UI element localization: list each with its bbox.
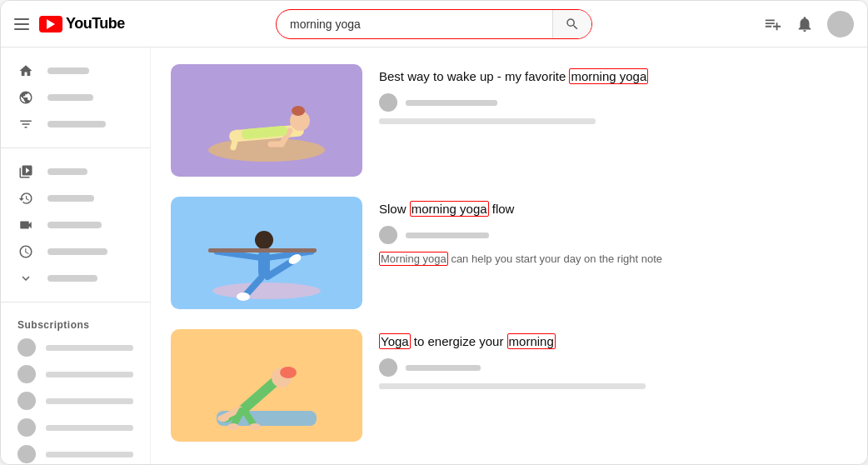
svg-line-15 [267,262,292,277]
channel-info-bar-2 [406,232,489,238]
youtube-logo-icon [39,16,62,32]
channel-avatar-3 [379,358,397,377]
video-item-3: Yoga to energize your morning [171,329,847,442]
video-thumbnail-2[interactable] [171,197,362,309]
sidebar-item-library[interactable] [1,158,150,185]
svg-point-10 [255,231,273,249]
sidebar-item-home[interactable] [1,58,150,84]
video-title-2: Slow morning yoga flow [379,200,847,218]
video-title-text-before-1: Best way to wake up - my favorite [379,69,569,83]
sidebar-item-show-more[interactable] [1,265,150,292]
channel-row-3 [379,358,847,377]
sidebar: Subscriptions [1,48,151,464]
subscription-item-4[interactable] [1,414,150,441]
svg-point-24 [217,415,229,422]
video-thumbnail-1[interactable] [171,64,362,177]
subscription-avatar-3 [17,392,36,410]
video-title-1: Best way to wake up - my favorite mornin… [379,68,847,85]
subscription-item-1[interactable] [1,334,150,361]
subscription-item-5[interactable] [1,441,150,464]
video-title-text-between-3: to energize your [411,334,507,348]
thumbnail-yoga-warrior-svg [192,203,342,303]
home-icon [17,62,34,79]
sidebar-item-explore[interactable] [1,84,150,111]
svg-line-6 [233,132,237,148]
subscription-avatar-5 [17,445,36,463]
search-input[interactable] [277,11,552,38]
video-title-highlight-1: morning yoga [569,68,648,84]
explore-icon [17,89,34,106]
svg-point-21 [280,367,297,378]
search-container [276,9,592,39]
video-title-highlight-morning-3: morning [507,333,556,349]
svg-rect-13 [208,248,317,252]
channel-avatar-1 [379,93,397,112]
sidebar-item-your-videos[interactable] [1,212,150,238]
video-item-2: Slow morning yoga flow Morning yoga can … [171,197,847,309]
create-icon [764,15,782,33]
video-description-text-2: can help you start your day on the right… [448,252,662,265]
video-title-text-before-2: Slow [379,202,410,216]
subscription-avatar-4 [17,418,36,437]
logo: YouTube [39,15,125,32]
avatar[interactable] [827,11,854,38]
meta-bar-1 [379,118,596,124]
video-description-2: Morning yoga can help you start your day… [379,252,847,265]
sidebar-item-watch-later[interactable] [1,238,150,265]
header-left: YouTube [14,15,181,32]
channel-row-1 [379,93,847,112]
menu-button[interactable] [14,18,29,30]
video-info-1: Best way to wake up - my favorite mornin… [379,64,847,177]
svg-point-28 [249,423,261,430]
sidebar-item-history[interactable] [1,185,150,212]
sidebar-divider-1 [1,148,150,148]
notifications-button[interactable] [796,15,814,33]
video-description-highlight-2: Morning yoga [379,252,448,266]
body: Subscriptions [1,48,867,464]
browser-frame: YouTube [0,0,868,465]
create-button[interactable] [764,15,782,33]
svg-line-11 [217,252,258,258]
channel-info-bar-1 [406,100,497,106]
svg-point-17 [237,292,250,301]
search-button[interactable] [552,10,591,38]
chevron-down-icon [17,270,34,287]
video-title-highlight-yoga-3: Yoga [379,333,411,349]
video-title-text-after-2: flow [489,202,515,216]
library-icon [17,163,34,180]
sidebar-divider-2 [1,302,150,302]
meta-bar-3 [379,383,646,389]
history-icon [17,190,34,207]
channel-info-bar-3 [406,365,481,371]
sidebar-primary-nav [1,54,150,141]
svg-point-8 [212,282,321,299]
video-info-2: Slow morning yoga flow Morning yoga can … [379,197,847,309]
svg-line-12 [270,252,312,258]
search-icon [565,17,580,32]
subscription-item-2[interactable] [1,361,150,388]
svg-point-3 [292,106,305,116]
svg-point-0 [208,138,325,162]
bell-icon [796,15,814,33]
subscription-avatar-1 [17,338,36,357]
your-videos-icon [17,217,34,233]
header: YouTube [1,1,867,48]
sidebar-item-subscriptions[interactable] [1,111,150,138]
video-title-3: Yoga to energize your morning [379,332,847,350]
subscription-avatar-2 [17,365,36,383]
thumbnail-yoga-plank-svg [192,71,342,171]
main-content: Best way to wake up - my favorite mornin… [151,48,867,464]
subscriptions-icon [17,116,34,132]
svg-point-27 [227,423,239,430]
thumbnail-yoga-downdog-svg [192,336,342,436]
header-right [687,11,854,38]
video-thumbnail-3[interactable] [171,329,362,442]
youtube-logo-text: YouTube [66,15,125,32]
video-item-1: Best way to wake up - my favorite mornin… [171,64,847,177]
channel-avatar-2 [379,226,397,244]
svg-line-19 [242,382,275,411]
watch-later-icon [17,243,34,260]
sidebar-subscriptions-section: Subscriptions [1,309,150,464]
subscription-item-3[interactable] [1,388,150,414]
video-info-3: Yoga to energize your morning [379,329,847,442]
